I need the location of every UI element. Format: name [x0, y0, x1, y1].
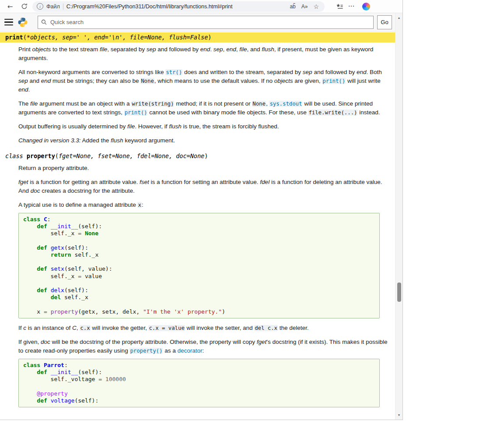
scroll-up-arrow[interactable]: ▲ — [396, 14, 402, 21]
code-line: self._x = value — [23, 273, 375, 280]
search-input[interactable] — [49, 18, 370, 26]
code-example-property-class: class C: def __init__(self): self._x = N… — [18, 213, 380, 318]
python-logo-icon[interactable] — [18, 17, 28, 28]
text-segment: c — [23, 325, 26, 331]
code-line: self._voltage = 100000 — [23, 376, 375, 383]
code-token — [47, 223, 51, 230]
more-menu-button[interactable]: ··· — [346, 1, 357, 12]
text-segment: to the text stream — [51, 46, 100, 53]
code-token — [47, 265, 51, 272]
code-token — [23, 369, 37, 375]
code-token — [23, 265, 37, 272]
code-token — [23, 287, 37, 293]
property-signature: class property(fget=None, fset=None, fde… — [0, 151, 396, 161]
code-token: __init__ — [51, 369, 78, 375]
code-link[interactable]: print() — [124, 110, 148, 116]
favorites-hub-icon[interactable] — [336, 3, 343, 10]
text-segment: property — [27, 152, 55, 159]
code-token: class — [23, 216, 40, 223]
code-token: voltage — [51, 397, 75, 404]
copilot-icon[interactable] — [362, 3, 370, 11]
code-token: : — [47, 216, 51, 223]
text-segment: must be strings; they can also be — [51, 78, 140, 84]
code-token: def — [37, 369, 47, 375]
text-segment: file.write(...) — [308, 110, 357, 116]
text-segment: *objects, sep=' ', end='\n', file=None, … — [27, 34, 208, 41]
text-segment: is an instance of — [26, 325, 72, 331]
code-line: def delx(self): — [23, 287, 375, 294]
code-token: del — [51, 294, 61, 300]
code-line: return self._x — [23, 251, 375, 258]
text-segment: end — [18, 86, 28, 93]
text-segment: c.x = value — [148, 325, 185, 331]
text-segment: argument must be an object with a — [38, 100, 131, 107]
code-token: (getx, setx, delx, — [78, 308, 143, 315]
url-text: C:/Program%20Files/Python311/Doc/html/li… — [66, 4, 233, 10]
read-aloud-icon[interactable]: A» — [300, 4, 309, 10]
code-token: = — [78, 273, 81, 279]
code-token: return — [51, 251, 71, 258]
scroll-down-arrow[interactable]: ▼ — [396, 412, 402, 418]
code-token: x — [23, 308, 44, 315]
code-token — [47, 308, 51, 315]
text-segment: A typical use is to define a managed att… — [18, 201, 137, 208]
scrollbar-thumb[interactable] — [397, 283, 401, 302]
code-token — [23, 244, 37, 251]
code-link[interactable]: sys.stdout — [269, 101, 302, 107]
menu-icon — [4, 19, 13, 20]
text-segment: Changed in version 3.3: — [18, 137, 81, 144]
page-info-icon[interactable]: i — [37, 3, 43, 10]
refresh-icon — [21, 3, 28, 10]
code-token: __init__ — [51, 223, 78, 230]
code-token: def — [37, 265, 47, 272]
code-token: def — [37, 244, 47, 251]
code-token: self._voltage — [23, 376, 98, 382]
code-link[interactable]: property() — [130, 348, 163, 354]
paragraph: If given, doc will be the docstring of t… — [18, 338, 388, 355]
text-segment: will invoke the getter, — [91, 325, 149, 331]
code-token: setx — [51, 265, 64, 272]
code-token — [23, 251, 51, 258]
code-token: : — [64, 362, 68, 368]
text-segment: creates a docstring for the attribute. — [40, 187, 135, 194]
url-scheme-label: Файл — [46, 4, 60, 10]
code-token: (self): — [78, 223, 102, 230]
go-button[interactable]: Go — [377, 15, 392, 29]
search-box — [38, 16, 374, 29]
version-changed-note: Changed in version 3.3: Added the flush … — [18, 136, 388, 145]
code-link[interactable]: print() — [322, 78, 346, 84]
code-token: C — [44, 216, 47, 223]
text-segment: and — [28, 78, 41, 84]
refresh-button[interactable] — [18, 1, 30, 12]
text-segment: fget=None, fset=None, fdel=None, doc=Non… — [59, 152, 204, 159]
text-segment: will be the docstring of the property at… — [50, 339, 257, 345]
menu-button[interactable] — [4, 18, 14, 27]
code-line — [23, 237, 375, 244]
code-token: (self, value): — [64, 265, 112, 272]
add-favorite-star-icon[interactable]: ☆ — [312, 3, 320, 10]
text-segment: file — [100, 46, 107, 53]
text-segment: doc — [31, 187, 40, 194]
vertical-scrollbar[interactable]: ▲ ▼ — [395, 13, 402, 420]
code-token: = — [98, 376, 102, 382]
text-segment: None — [252, 101, 266, 107]
text-link[interactable]: decorator — [177, 347, 202, 354]
translate-icon[interactable]: ab̃ — [288, 4, 297, 10]
text-segment: . However, if — [135, 123, 169, 130]
print-signature: print(*objects, sep=' ', end='\n', file=… — [0, 32, 396, 42]
text-segment: None — [140, 78, 154, 84]
text-segment: the deleter. — [278, 325, 309, 331]
code-token — [47, 397, 51, 404]
code-token: = — [78, 230, 81, 237]
text-segment: and followed by — [156, 46, 200, 53]
paragraph: fget is a function for getting an attrib… — [18, 178, 388, 195]
address-bar[interactable]: i Файл C:/Program%20Files/Python311/Doc/… — [32, 1, 325, 12]
text-segment: fget — [257, 339, 267, 345]
code-token: (self): — [64, 244, 88, 251]
code-line: class C: — [23, 216, 375, 223]
function-list: print(*objects, sep=' ', end='\n', file=… — [0, 32, 396, 407]
back-button[interactable]: ← — [4, 1, 16, 12]
code-token: value — [81, 273, 102, 279]
browser-toolbar: ← i Файл C:/Program%20Files/Python311/Do… — [0, 0, 402, 13]
code-link[interactable]: str() — [165, 69, 182, 75]
